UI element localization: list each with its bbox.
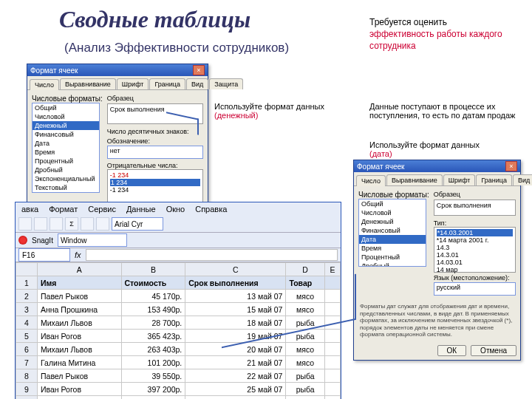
toolbar-button[interactable]: Σ [65,217,78,231]
tab[interactable]: Шрифт [443,174,476,185]
symbol-label: Обозначение: [107,137,203,145]
hint-date-format: Используйте формат данных(дата) [369,140,502,158]
dialog-titlebar[interactable]: Формат ячеек × [354,160,520,172]
toolbar-button[interactable] [34,217,47,231]
neg-list[interactable]: -1 2341 234-1 234 [107,169,203,206]
note-requirement: Требуется оценить эффективность работы к… [369,16,532,52]
cancel-button[interactable]: Отмена [471,345,516,356]
ok-button[interactable]: ОК [437,345,467,356]
toolbar[interactable]: Σ Arial Cyr [16,216,341,233]
snagit-bar[interactable]: SnagIt Window [16,233,341,248]
fx-icon[interactable]: fx [75,250,81,259]
menu-item[interactable]: авка [21,205,38,214]
menu-item[interactable]: Данные [126,205,156,214]
menu-item[interactable]: Окно [166,205,185,214]
toolbar-button[interactable] [96,217,109,231]
dialog-titlebar[interactable]: Формат ячеек × [27,64,208,76]
hint-money: Используйте формат данных(денежный) [214,102,340,120]
neg-label: Отрицательные числа: [107,162,203,169]
tab[interactable]: Число [30,79,59,90]
menu-item[interactable]: Формат [49,205,78,214]
preview-box: Срок выполнения [434,200,516,216]
font-select[interactable]: Arial Cyr [112,217,163,231]
lang-select[interactable]: русский [434,282,516,296]
list-label: Числовые форматы: [358,191,429,199]
tab[interactable]: Шрифт [117,78,149,89]
menu-item[interactable]: Сервис [88,205,116,214]
tab[interactable]: Граница [149,78,185,89]
tab[interactable]: Выравнивание [60,78,116,89]
list-label: Числовые форматы: [32,95,103,103]
dialog-tabs: ЧислоВыравниваниеШрифтГраницаВидЗащита [27,76,208,90]
menu-bar[interactable]: авкаФорматСервисДанныеОкноСправка [16,202,341,216]
snagit-window-select[interactable]: Window [58,233,127,247]
name-box[interactable]: F16 [18,248,70,262]
tab[interactable]: Защита [209,78,243,89]
toolbar-button[interactable] [81,217,94,231]
preview-label: Образец [107,95,203,102]
tab[interactable]: Вид [513,174,532,185]
tab[interactable]: Выравнивание [386,174,443,185]
snagit-icon [18,236,27,245]
page-title: Сводные таблицы [59,6,250,33]
lang-label: Язык (местоположение): [434,274,516,282]
toolbar-button[interactable] [50,217,63,231]
symbol-select[interactable]: нет [107,146,203,159]
tab[interactable]: Вид [186,78,208,89]
menu-item[interactable]: Справка [195,205,227,214]
formula-input[interactable] [86,249,338,261]
hint-dates: Данные поступают в процессе их поступлен… [369,102,517,120]
formula-bar[interactable]: F16 fx [16,248,341,262]
preview-label: Образец [434,191,516,198]
type-label: Тип: [434,219,516,227]
format-list[interactable]: ОбщийЧисловойДенежныйФинансовыйДатаВремя… [32,103,100,193]
snagit-label: SnagIt [32,236,53,245]
close-icon[interactable]: × [505,161,517,171]
tab[interactable]: Граница [476,174,512,185]
dialog-desc: Форматы дат служат для отображения дат и… [354,303,520,341]
format-list[interactable]: ОбщийЧисловойДенежныйФинансовыйДатаВремя… [358,199,426,267]
page-subtitle: (Анализ Эффективности сотрудников) [64,41,289,55]
dialog-tabs: ЧислоВыравниваниеШрифтГраницаВидЗащита [354,172,520,186]
dialog-format-date: Формат ячеек × ЧислоВыравниваниеШрифтГра… [353,160,521,361]
close-icon[interactable]: × [193,65,205,75]
type-list[interactable]: *14.03.2001*14 марта 2001 г.14.314.3.011… [434,227,516,273]
tab[interactable]: Число [356,175,386,186]
toolbar-button[interactable] [18,217,32,231]
